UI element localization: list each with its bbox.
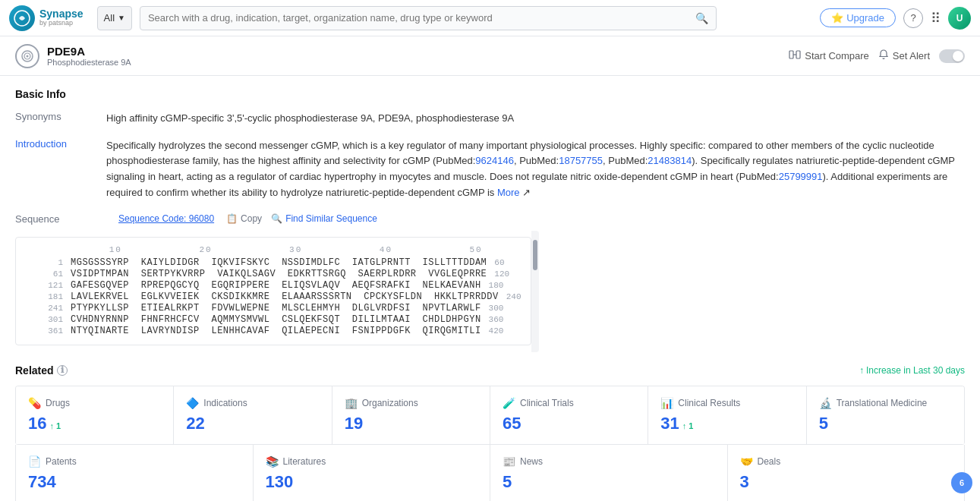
bell-icon [878, 49, 889, 62]
alert-toggle[interactable] [939, 49, 965, 63]
related-item-top: 🤝 Deals [740, 455, 953, 468]
sequence-display: 1020304050 1MGSGSSSYRP KAIYLDIDGR IQKVIF… [15, 231, 531, 352]
pubmed1-link[interactable]: 9624146 [475, 155, 514, 166]
related-item[interactable]: 📄 Patents 734 [16, 445, 254, 501]
related-header: Related ℹ ↑ Increase in Last 30 days [15, 364, 965, 377]
page-header-titles: PDE9A Phosphodiesterase 9A [47, 45, 131, 67]
basic-info-title: Basic Info [15, 88, 965, 100]
logo-synapse: Synapse [39, 8, 84, 20]
find-similar-button[interactable]: 🔍 Find Similar Sequence [271, 213, 377, 224]
seq-data: GAFESGQVEP RPREPQGCYQ EGQRIPPERE ELIQSVL… [71, 280, 481, 291]
alert-label: Set Alert [893, 50, 930, 61]
svg-rect-5 [796, 51, 800, 58]
sequence-scrollbar[interactable] [531, 231, 539, 352]
seq-start-num: 361 [25, 326, 63, 336]
seq-start-num: 301 [25, 315, 63, 324]
seq-start-num: 61 [25, 269, 63, 279]
related-title: Related ℹ [15, 364, 68, 377]
upgrade-label: Upgrade [846, 12, 884, 24]
pubmed4-link[interactable]: 25799991 [779, 171, 823, 182]
related-item-icon: 🔬 [819, 397, 832, 409]
notification-badge[interactable]: 6 [951, 472, 972, 493]
sequence-row: 181LAVLEKRVEL EGLKVVEIEK CKSDIKKMRE ELAA… [25, 291, 522, 302]
synonyms-value: High affinity cGMP-specific 3',5'-cyclic… [106, 111, 965, 126]
related-item[interactable]: 📊 Clinical Results 31 ↑ 1 [648, 386, 806, 445]
related-item-icon: 🔷 [186, 397, 199, 409]
related-item-count: 16 ↑ 1 [28, 414, 161, 433]
related-item[interactable]: 🔷 Indications 22 [174, 386, 332, 445]
toggle-knob [953, 51, 963, 61]
synonyms-label: Synonyms [15, 111, 106, 122]
sequence-row: 121GAFESGQVEP RPREPQGCYQ EGQRIPPERE ELIQ… [25, 280, 522, 291]
page-subtitle: Phosphodiesterase 9A [47, 58, 131, 67]
related-item-label: Organizations [362, 398, 418, 408]
avatar-label: U [956, 13, 963, 24]
seq-end-num: 240 [506, 292, 522, 301]
sequence-code-link[interactable]: Sequence Code: 96080 [118, 213, 214, 224]
seq-end-num: 300 [489, 304, 504, 313]
more-link[interactable]: More [497, 187, 520, 198]
related-item[interactable]: 📰 News 5 [490, 445, 728, 501]
logo-icon [9, 5, 35, 31]
seq-start-num: 181 [25, 292, 63, 301]
sequence-row: 61VSIDPTMPAN SERTPYKVRRP VAIKQLSAGV EDKR… [25, 269, 522, 279]
related-item-top: 📊 Clinical Results [660, 397, 793, 409]
avatar[interactable]: U [948, 7, 971, 30]
related-item-count: 31 ↑ 1 [660, 414, 793, 433]
related-grid-2: 📄 Patents 734 📚 Literatures 130 📰 News 5 [15, 445, 965, 501]
related-item-count: 5 [503, 472, 715, 492]
related-item[interactable]: 💊 Drugs 16 ↑ 1 [16, 386, 174, 445]
related-item-count: 65 [503, 414, 635, 433]
seq-data: CVHDNYRNNP FHNFRHCFCV AQMMYSMVWL CSLQEKF… [71, 314, 481, 325]
compare-button[interactable]: Start Compare [789, 49, 869, 63]
upgrade-button[interactable]: ⭐ Upgrade [820, 8, 896, 27]
info-icon: ℹ [57, 365, 68, 376]
related-item[interactable]: 📚 Literatures 130 [254, 445, 491, 501]
copy-button[interactable]: 📋 Copy [226, 213, 262, 224]
count-value: 734 [28, 472, 56, 492]
count-value: 5 [819, 414, 828, 433]
related-item-top: 📰 News [503, 455, 715, 468]
related-item-count: 130 [266, 472, 478, 492]
related-item-top: 🏢 Organizations [345, 397, 477, 409]
introduction-row: Introduction Specifically hydrolyzes the… [15, 138, 965, 201]
search-filter-dropdown[interactable]: All ▼ [97, 6, 132, 30]
sequence-row: 361NTYQINARTE LAVRYNDISP LENHHCAVAF QILA… [25, 326, 522, 336]
search-bar[interactable]: 🔍 [140, 6, 717, 30]
related-item-icon: 🧪 [503, 397, 515, 409]
logo-by: by patsnap [39, 20, 84, 27]
search-input[interactable] [148, 12, 691, 24]
compare-icon [789, 49, 801, 63]
related-item-label: Deals [758, 456, 781, 467]
scroll-thumb [533, 240, 537, 270]
related-item-icon: 💊 [28, 397, 41, 409]
related-item[interactable]: 🔬 Translational Medicine 5 [807, 386, 964, 445]
seq-data: VSIDPTMPAN SERTPYKVRRP VAIKQLSAGV EDKRTT… [71, 269, 487, 279]
seq-data: NTYQINARTE LAVRYNDISP LENHHCAVAF QILAEPE… [71, 326, 481, 336]
logo-text: Synapse by patsnap [39, 8, 84, 27]
pubmed3-link[interactable]: 21483814 [648, 155, 692, 166]
related-item[interactable]: 🤝 Deals 3 [728, 445, 965, 501]
seq-start-num: 1 [25, 258, 63, 267]
related-item-icon: 🤝 [740, 455, 753, 468]
related-item[interactable]: 🏢 Organizations 19 [332, 386, 490, 445]
related-item-top: 🧪 Clinical Trials [503, 397, 635, 409]
help-button[interactable]: ? [903, 8, 923, 28]
grid-icon[interactable]: ⠿ [931, 10, 941, 27]
seq-data: PTYPKYLLSP ETIEALRKPT FDVWLWEPNE MLSCLEH… [71, 303, 481, 314]
related-item-count: 3 [740, 472, 953, 492]
count-value: 3 [740, 472, 749, 492]
seq-end-num: 180 [489, 281, 504, 290]
trend-arrow-icon: ↑ [859, 365, 864, 376]
alert-button[interactable]: Set Alert [878, 49, 930, 62]
top-navigation: Synapse by patsnap All ▼ 🔍 ⭐ Upgrade ? ⠿… [0, 0, 980, 36]
pubmed2-link[interactable]: 18757755 [559, 155, 603, 166]
question-icon: ? [910, 12, 915, 24]
related-item-count: 5 [819, 414, 952, 433]
related-item[interactable]: 🧪 Clinical Trials 65 [490, 386, 648, 445]
copy-label: Copy [241, 213, 262, 224]
related-item-label: Clinical Trials [520, 398, 574, 408]
sequence-wrapper: 1020304050 1MGSGSSSYRP KAIYLDIDGR IQKVIF… [15, 231, 539, 352]
seq-start-num: 241 [25, 304, 63, 313]
sequence-label: Sequence [15, 213, 106, 225]
